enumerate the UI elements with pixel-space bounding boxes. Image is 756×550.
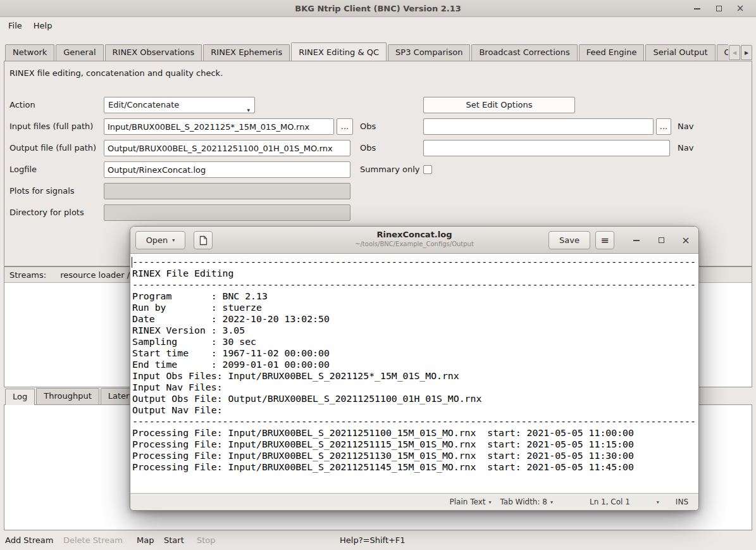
menubar: File Help (0, 17, 756, 34)
tab-scroll-buttons: ◀ ▶ (728, 45, 752, 60)
gedit-subtitle: ~/tools/BNC/Example_Configs/Output (232, 241, 597, 247)
tab-outages[interactable]: Outages (717, 44, 729, 61)
cursor-position[interactable]: Ln 1, Col 1 (590, 497, 630, 506)
hamburger-icon: ≡ (600, 234, 609, 246)
open-button[interactable]: Open ▾ (135, 231, 185, 249)
logfile-field[interactable] (104, 161, 350, 178)
logfile-label: Logfile (9, 161, 37, 178)
start-button[interactable]: Start (164, 530, 184, 550)
bottom-tab-throughput[interactable]: Throughput (36, 388, 99, 404)
tab-feed-engine[interactable]: Feed Engine (579, 44, 645, 61)
language-label: Plain Text (450, 497, 486, 506)
output-nav-field[interactable] (423, 140, 670, 156)
gedit-title: RinexConcat.log (232, 230, 597, 239)
input-nav-files-field[interactable] (423, 118, 654, 135)
summary-only-label: Summary only (360, 161, 419, 178)
input-files-browse-button[interactable]: ... (337, 118, 353, 135)
input-nav-browse-button[interactable]: ... (656, 118, 671, 135)
tab-width-label: Tab Width: 8 (500, 497, 547, 506)
obs-label-input: Obs (360, 118, 376, 135)
tab-bar: Network General RINEX Observations RINEX… (4, 39, 752, 61)
goto-line-dropdown[interactable]: ▾ (657, 499, 659, 505)
action-value: Edit/Concatenate (108, 100, 179, 109)
stop-button: Stop (197, 530, 216, 550)
save-button[interactable]: Save (548, 231, 590, 249)
tab-rinex-observations[interactable]: RINEX Observations (105, 44, 202, 61)
scroll-left-icon: ◀ (733, 50, 736, 56)
window-title: BKG Ntrip Client (BNC) Version 2.13 (0, 4, 756, 13)
close-icon: × (681, 234, 690, 246)
gedit-maximize-button[interactable] (653, 232, 669, 249)
open-button-label: Open (146, 235, 168, 245)
menu-item-file[interactable]: File (3, 18, 28, 33)
tab-scroll-left-button[interactable]: ◀ (729, 45, 740, 60)
streams-value: resource loader / n (60, 270, 137, 280)
map-button[interactable]: Map (137, 530, 154, 550)
insert-mode-indicator: INS (676, 497, 688, 506)
gedit-minimize-button[interactable] (628, 232, 645, 249)
new-document-button[interactable] (194, 231, 213, 249)
panel-description: RINEX file editing, concatenation and qu… (9, 65, 223, 82)
summary-only-checkbox[interactable] (423, 165, 432, 174)
bottom-tab-log[interactable]: Log (5, 389, 35, 405)
input-files-field[interactable] (104, 118, 334, 135)
close-icon: × (736, 4, 745, 13)
minimize-icon (694, 8, 700, 9)
chevron-down-icon: ▾ (488, 499, 491, 505)
tab-rinex-editing-qc[interactable]: RINEX Editing & QC (291, 42, 387, 61)
titlebar[interactable]: BKG Ntrip Client (BNC) Version 2.13 × (0, 0, 756, 17)
menu-item-help[interactable]: Help (28, 18, 58, 33)
nav-label-input: Nav (678, 118, 693, 135)
minimize-button[interactable] (686, 0, 708, 17)
maximize-button[interactable] (708, 0, 729, 17)
input-files-label: Input files (full path) (9, 118, 93, 135)
tab-scroll-right-button[interactable]: ▶ (741, 45, 752, 60)
tab-general[interactable]: General (56, 44, 103, 61)
tab-strip: Network General RINEX Observations RINEX… (4, 38, 728, 61)
output-obs-field[interactable] (104, 140, 350, 156)
maximize-icon (659, 237, 664, 243)
tab-network[interactable]: Network (5, 44, 54, 61)
close-button[interactable]: × (729, 0, 751, 17)
plots-dir-label: Directory for plots (9, 204, 84, 221)
editor-text[interactable]: ----------------------------------------… (132, 256, 696, 473)
delete-stream-button: Delete Stream (63, 530, 123, 550)
tab-rinex-ephemeris[interactable]: RINEX Ephemeris (203, 44, 290, 61)
new-document-icon (199, 235, 208, 246)
tab-serial-output[interactable]: Serial Output (645, 44, 715, 61)
scroll-right-icon: ▶ (745, 50, 748, 56)
nav-label-output: Nav (678, 140, 693, 156)
chevron-down-icon: ▾ (172, 237, 175, 243)
chevron-down-icon: ▾ (247, 103, 250, 118)
add-stream-button[interactable]: Add Stream (5, 530, 53, 550)
bottom-toolbar: Add Stream Delete Stream Map Start Stop … (0, 530, 756, 550)
chevron-down-icon: ▾ (657, 499, 659, 505)
action-select[interactable]: Edit/Concatenate ▾ (104, 97, 255, 113)
plots-label: Plots for signals (9, 183, 75, 199)
streams-label: Streams: (9, 270, 46, 280)
set-edit-options-button[interactable]: Set Edit Options (423, 97, 575, 113)
gedit-window: Open ▾ RinexConcat.log ~/tools/BNC/Examp… (130, 226, 699, 511)
gedit-title-block: RinexConcat.log ~/tools/BNC/Example_Conf… (232, 230, 597, 247)
help-hint: Help?=Shift+F1 (340, 530, 406, 550)
chevron-down-icon: ▾ (550, 499, 553, 505)
plots-dir-field (104, 204, 350, 221)
tab-width-selector[interactable]: Tab Width: 8 ▾ (500, 497, 553, 506)
menu-button[interactable]: ≡ (595, 231, 614, 249)
window-controls: × (686, 0, 751, 17)
plots-field (104, 183, 350, 199)
gedit-headerbar[interactable]: Open ▾ RinexConcat.log ~/tools/BNC/Examp… (130, 227, 698, 254)
obs-label-output: Obs (360, 140, 376, 156)
minimize-icon (633, 240, 640, 241)
screen: BKG Ntrip Client (BNC) Version 2.13 × Fi… (0, 0, 756, 550)
tab-broadcast-corrections[interactable]: Broadcast Corrections (471, 44, 577, 61)
action-label: Action (9, 97, 35, 113)
output-file-label: Output file (full path) (9, 140, 96, 156)
language-selector[interactable]: Plain Text ▾ (450, 497, 492, 506)
editor-area[interactable]: ----------------------------------------… (130, 254, 698, 493)
tab-sp3-comparison[interactable]: SP3 Comparison (388, 44, 470, 61)
gedit-close-button[interactable]: × (678, 232, 694, 249)
gedit-statusbar: Plain Text ▾ Tab Width: 8 ▾ Ln 1, Col 1 … (130, 493, 698, 510)
maximize-icon (716, 6, 722, 11)
